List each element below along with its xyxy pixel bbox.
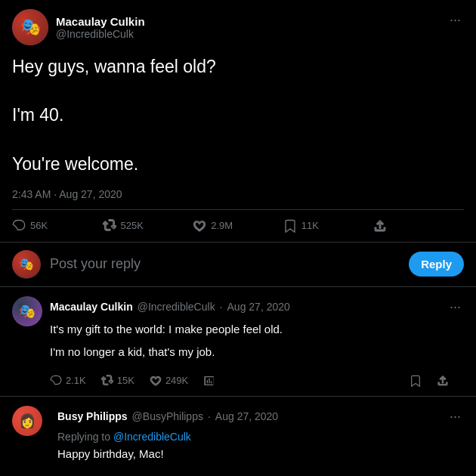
retweet-icon — [103, 219, 116, 233]
bookmark-icon — [283, 219, 297, 233]
reply-user-info-2: Busy Philipps @BusyPhilipps · Aug 27, 20… — [57, 410, 278, 422]
user-info: Macaulay Culkin @IncredibleCulk — [56, 15, 145, 40]
reply-button[interactable]: Reply — [409, 252, 464, 277]
reply-avatar-container-1: 🎭 — [12, 296, 42, 326]
retweet-action[interactable]: 525K — [103, 219, 193, 233]
share-icon — [373, 219, 387, 233]
reply-user-handle-2[interactable]: @BusyPhilipps — [132, 410, 203, 422]
tweet-body: Hey guys, wanna feel old? I'm 40. You're… — [12, 48, 464, 182]
reply-tweet-header-1: 🎭 Macaulay Culkin @IncredibleCulk · Aug … — [12, 296, 464, 396]
reply-bookmark-icon-1 — [410, 375, 422, 387]
reply-share-icon-1 — [437, 375, 449, 387]
reply-tweet-2: 👩 Busy Philipps @BusyPhilipps · Aug 27, … — [0, 397, 476, 476]
tweet-header-left: 🎭 Macaulay Culkin @IncredibleCulk — [12, 9, 145, 45]
avatar[interactable]: 🎭 — [12, 9, 48, 45]
reply-box: 🎭 Post your reply Reply — [0, 243, 476, 287]
reply-bookmark-action-1[interactable] — [410, 375, 422, 387]
reply-tweet-header-2: 👩 Busy Philipps @BusyPhilipps · Aug 27, … — [12, 406, 464, 476]
reply-user-name-1[interactable]: Macaulay Culkin — [50, 301, 133, 313]
reply-reply-icon-1 — [50, 375, 62, 387]
replying-to-link-2[interactable]: @IncredibleCulk — [113, 431, 191, 443]
reply-more-icon-1[interactable]: ··· — [447, 296, 464, 318]
tweet-line-3: You're welcome. — [12, 152, 464, 176]
reply-like-count-1: 249K — [165, 375, 188, 386]
reply-dot-2: · — [208, 410, 211, 422]
reply-user-name-2[interactable]: Busy Philipps — [57, 410, 128, 422]
share-action[interactable] — [373, 219, 464, 233]
reply-actions-1: 2.1K 15K 249K — [50, 369, 464, 396]
reply-line-1-1: It's my gift to the world: I make people… — [50, 321, 464, 338]
reply-date-2: Aug 27, 2020 — [215, 410, 278, 422]
reply-like-action-1[interactable]: 249K — [150, 375, 188, 387]
reply-retweet-action-1[interactable]: 15K — [101, 375, 134, 387]
tweet-actions: 56K 525K 2.9M 11K — [12, 209, 464, 242]
reply-avatar: 🎭 — [12, 250, 41, 279]
reply-icon — [12, 219, 26, 233]
reply-avatar-2[interactable]: 👩 — [12, 406, 42, 436]
reply-user-line-1: Macaulay Culkin @IncredibleCulk · Aug 27… — [50, 296, 464, 318]
tweet-header: 🎭 Macaulay Culkin @IncredibleCulk ··· — [12, 9, 464, 45]
reply-like-icon-1 — [150, 375, 162, 387]
reply-body-1: It's my gift to the world: I make people… — [50, 321, 464, 361]
reply-reply-count-1: 2.1K — [66, 375, 86, 386]
tweet-line-1: Hey guys, wanna feel old? — [12, 54, 464, 79]
reply-count: 56K — [30, 220, 48, 231]
reply-reply-action-1[interactable]: 2.1K — [50, 375, 86, 387]
tweet-line-2: I'm 40. — [12, 103, 464, 127]
reply-avatar-container-2: 👩 — [12, 406, 50, 436]
reply-input[interactable]: Post your reply — [50, 256, 400, 272]
reply-action[interactable]: 56K — [12, 219, 103, 233]
user-handle[interactable]: @IncredibleCulk — [56, 28, 145, 40]
like-action[interactable]: 2.9M — [193, 219, 283, 233]
reply-date-1: Aug 27, 2020 — [227, 301, 290, 313]
reply-user-info-1: Macaulay Culkin @IncredibleCulk · Aug 27… — [50, 301, 290, 313]
reply-dot-1: · — [220, 301, 223, 313]
reply-analytics-icon-1 — [203, 375, 215, 387]
reply-retweet-icon-1 — [101, 375, 113, 387]
retweet-count: 525K — [121, 220, 144, 231]
bookmark-count: 11K — [301, 220, 319, 231]
reply-body-2: Happy birthday, Mac! — [57, 446, 464, 463]
bookmark-action[interactable]: 11K — [283, 219, 374, 233]
avatar-image: 🎭 — [12, 9, 48, 45]
tweet-timestamp: 2:43 AM · Aug 27, 2020 — [12, 182, 464, 209]
reply-actions-2: 12 24 3.3K — [57, 470, 464, 476]
reply-retweet-count-1: 15K — [117, 375, 134, 386]
reply-more-icon-2[interactable]: ··· — [447, 406, 464, 428]
reply-tweet-1: 🎭 Macaulay Culkin @IncredibleCulk · Aug … — [0, 287, 476, 397]
reply-user-handle-1[interactable]: @IncredibleCulk — [138, 301, 215, 313]
like-icon — [193, 219, 206, 233]
reply-content-1: Macaulay Culkin @IncredibleCulk · Aug 27… — [50, 296, 464, 396]
reply-user-line-2: Busy Philipps @BusyPhilipps · Aug 27, 20… — [57, 406, 464, 428]
main-tweet: 🎭 Macaulay Culkin @IncredibleCulk ··· He… — [0, 0, 476, 243]
more-options-icon[interactable]: ··· — [447, 9, 464, 31]
reply-line-1-2: I'm no longer a kid, that's my job. — [50, 344, 464, 361]
like-count: 2.9M — [211, 220, 233, 231]
reply-avatar-1[interactable]: 🎭 — [12, 296, 42, 326]
reply-content-2: Busy Philipps @BusyPhilipps · Aug 27, 20… — [57, 406, 464, 476]
reply-line-2-1: Happy birthday, Mac! — [57, 446, 464, 463]
reply-share-action-1[interactable] — [437, 375, 449, 387]
user-name[interactable]: Macaulay Culkin — [56, 15, 145, 28]
reply-analytics-action-1[interactable] — [203, 375, 215, 387]
replying-to-2: Replying to @IncredibleCulk — [57, 431, 464, 443]
